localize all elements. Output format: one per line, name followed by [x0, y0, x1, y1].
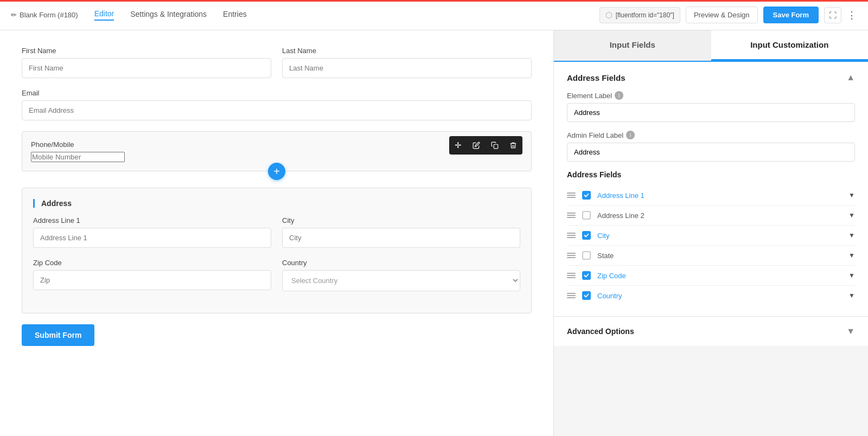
edit-button[interactable] [467, 137, 486, 153]
city-input[interactable] [282, 228, 520, 248]
field-name-label: Zip Code [597, 272, 842, 280]
field-checkbox[interactable] [582, 291, 591, 300]
email-label: Email [22, 89, 532, 97]
field-chevron-icon[interactable]: ▼ [848, 191, 855, 199]
address-field-row: City▼ [567, 226, 855, 246]
copy-button[interactable] [486, 137, 504, 153]
drag-handle-icon[interactable] [567, 293, 576, 298]
address-field-row: Zip Code▼ [567, 266, 855, 286]
form-editor: First Name Last Name Email Phone/Mobile … [0, 30, 553, 436]
field-toolbar: ✛ [449, 136, 522, 155]
address-field-row: Address Line 1▼ [567, 185, 855, 206]
zip-group: Zip Code [33, 259, 271, 291]
zip-country-row: Zip Code Country Select Country [33, 259, 520, 291]
admin-field-label-input[interactable] [567, 143, 855, 162]
add-field-button[interactable]: + [268, 163, 285, 180]
admin-field-label-label: Admin Field Label i [567, 131, 855, 139]
more-options-button[interactable]: ⋮ [847, 9, 857, 21]
address-fields-header: Address Fields ▲ [567, 73, 855, 82]
email-group: Email [22, 89, 532, 120]
address-section: Address Address Line 1 City Zip Code [22, 188, 532, 313]
right-panel-tabs: Input Fields Input Customization [554, 30, 868, 62]
address-line1-input[interactable] [33, 228, 271, 248]
field-chevron-icon[interactable]: ▼ [848, 232, 855, 239]
move-button[interactable]: ✛ [449, 136, 467, 155]
code-icon: ⬡ [605, 10, 612, 20]
field-name-label: Address Line 2 [597, 211, 842, 220]
address-field-row: Address Line 2▼ [567, 206, 855, 226]
advanced-options-label: Advanced Options [567, 327, 634, 336]
email-row: Email [22, 89, 532, 120]
field-checkbox[interactable] [582, 271, 591, 280]
address-section-title: Address [41, 199, 520, 208]
field-chevron-icon[interactable]: ▼ [848, 272, 855, 279]
last-name-input[interactable] [282, 58, 532, 78]
field-chevron-icon[interactable]: ▼ [848, 252, 855, 259]
address-border: Address [33, 199, 520, 208]
city-label: City [282, 216, 520, 225]
zip-label: Zip Code [33, 259, 271, 267]
element-label-info-icon[interactable]: i [615, 91, 623, 100]
drag-handle-icon[interactable] [567, 193, 576, 198]
tab-input-fields[interactable]: Input Fields [554, 30, 711, 61]
tab-entries[interactable]: Entries [223, 10, 247, 20]
shortcode-box[interactable]: ⬡ [fluentform id="180"] [599, 7, 680, 23]
zip-input[interactable] [33, 270, 271, 290]
city-group: City [282, 216, 520, 248]
field-name-label: City [597, 232, 842, 240]
field-chevron-icon[interactable]: ▼ [848, 292, 855, 299]
preview-button[interactable]: Preview & Design [686, 7, 758, 23]
advanced-options-chevron[interactable]: ▼ [846, 326, 855, 336]
expand-button[interactable]: ⛶ [824, 7, 841, 23]
blank-form-label: ✏ Blank Form (#180) [11, 11, 78, 19]
last-name-group: Last Name [282, 47, 532, 78]
right-panel: Input Fields Input Customization Address… [553, 30, 868, 436]
element-label-label: Element Label i [567, 91, 855, 100]
phone-outer: Phone/Mobile ✛ + [22, 131, 532, 171]
address-field-row: State▼ [567, 246, 855, 266]
drag-handle-icon[interactable] [567, 253, 576, 258]
drag-handle-icon[interactable] [567, 213, 576, 218]
last-name-label: Last Name [282, 47, 532, 55]
tab-settings[interactable]: Settings & Integrations [130, 10, 207, 20]
drag-handle-icon[interactable] [567, 233, 576, 238]
first-name-label: First Name [22, 47, 271, 55]
country-label: Country [282, 259, 520, 267]
phone-input[interactable] [31, 152, 125, 162]
address-line1-group: Address Line 1 [33, 216, 271, 248]
nav-left: ✏ Blank Form (#180) Editor Settings & In… [11, 9, 599, 21]
address-fields-heading: Address Fields [567, 170, 855, 179]
advanced-options-section: Advanced Options ▼ [554, 316, 868, 346]
country-select[interactable]: Select Country [282, 270, 520, 291]
main-layout: First Name Last Name Email Phone/Mobile … [0, 30, 868, 436]
svg-rect-0 [494, 144, 498, 149]
drag-handle-icon[interactable] [567, 273, 576, 278]
field-chevron-icon[interactable]: ▼ [848, 211, 855, 219]
first-name-group: First Name [22, 47, 271, 78]
submit-button[interactable]: Submit Form [22, 324, 94, 346]
nav-right: ⬡ [fluentform id="180"] Preview & Design… [599, 7, 857, 23]
save-button[interactable]: Save Form [763, 7, 819, 23]
first-name-input[interactable] [22, 58, 271, 78]
field-checkbox[interactable] [582, 231, 591, 240]
field-checkbox[interactable] [582, 211, 591, 220]
top-nav: ✏ Blank Form (#180) Editor Settings & In… [0, 0, 868, 30]
address-line1-city-row: Address Line 1 City [33, 216, 520, 248]
delete-button[interactable] [504, 137, 522, 153]
address-fields-panel: Address Fields ▲ Element Label i Admin F… [554, 62, 868, 316]
tab-editor[interactable]: Editor [94, 9, 114, 21]
admin-field-label-info-icon[interactable]: i [626, 131, 635, 139]
red-bar [0, 0, 868, 2]
address-line1-label: Address Line 1 [33, 216, 271, 225]
address-fields-list: Address Line 1▼Address Line 2▼City▼State… [567, 185, 855, 305]
address-fields-chevron[interactable]: ▲ [846, 73, 855, 82]
pencil-icon: ✏ [11, 11, 17, 19]
field-name-label: Address Line 1 [597, 191, 842, 200]
field-checkbox[interactable] [582, 191, 591, 200]
name-row: First Name Last Name [22, 47, 532, 78]
field-name-label: Country [597, 292, 842, 300]
email-input[interactable] [22, 100, 532, 120]
tab-input-customization[interactable]: Input Customization [711, 30, 869, 61]
element-label-input[interactable] [567, 103, 855, 122]
field-checkbox[interactable] [582, 251, 591, 260]
